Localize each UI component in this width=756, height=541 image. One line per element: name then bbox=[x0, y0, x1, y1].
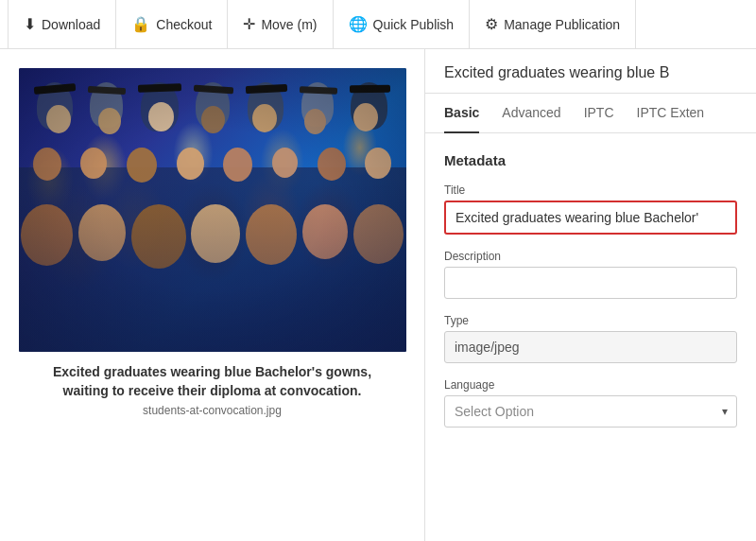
download-label: Download bbox=[42, 17, 100, 32]
tabs-bar: Basic Advanced IPTC IPTC Exten bbox=[425, 94, 756, 133]
language-field-group: Language Select Option English French Sp… bbox=[444, 378, 737, 428]
metadata-section: Metadata Title Description Type Language bbox=[425, 133, 756, 462]
move-icon: ✛ bbox=[243, 15, 255, 33]
manage-publication-button[interactable]: ⚙ Manage Publication bbox=[470, 0, 636, 48]
language-select-wrapper: Select Option English French Spanish ▾ bbox=[444, 395, 737, 428]
quick-publish-label: Quick Publish bbox=[373, 17, 455, 32]
quick-publish-button[interactable]: 🌐 Quick Publish bbox=[334, 0, 471, 48]
move-button[interactable]: ✛ Move (m) bbox=[228, 0, 333, 48]
type-label: Type bbox=[444, 314, 737, 327]
metadata-heading: Metadata bbox=[444, 152, 737, 168]
tab-advanced[interactable]: Advanced bbox=[502, 94, 560, 133]
title-label: Title bbox=[444, 183, 737, 197]
toolbar: ⬇ Download 🔒 Checkout ✛ Move (m) 🌐 Quick… bbox=[0, 0, 756, 49]
manage-publication-label: Manage Publication bbox=[504, 17, 620, 32]
asset-caption: Excited graduates wearing blue Bachelor'… bbox=[19, 363, 405, 417]
move-label: Move (m) bbox=[261, 17, 317, 32]
asset-preview bbox=[19, 68, 406, 352]
description-label: Description bbox=[444, 250, 737, 263]
asset-title: Excited graduates wearing blue B bbox=[425, 49, 756, 94]
graduation-photo bbox=[19, 68, 406, 352]
description-field-group: Description bbox=[444, 250, 737, 299]
download-button[interactable]: ⬇ Download bbox=[8, 0, 116, 48]
type-field-group: Type bbox=[444, 314, 737, 363]
checkout-label: Checkout bbox=[156, 17, 212, 32]
type-input bbox=[444, 331, 737, 363]
language-label: Language bbox=[444, 378, 737, 392]
manage-publication-icon: ⚙ bbox=[485, 15, 498, 33]
tab-basic[interactable]: Basic bbox=[444, 94, 479, 133]
language-select[interactable]: Select Option English French Spanish bbox=[444, 395, 737, 428]
download-icon: ⬇ bbox=[24, 15, 36, 33]
description-input[interactable] bbox=[444, 267, 737, 299]
caption-title: Excited graduates wearing blue Bachelor'… bbox=[38, 363, 387, 400]
checkout-button[interactable]: 🔒 Checkout bbox=[116, 0, 228, 48]
title-input[interactable] bbox=[444, 201, 737, 235]
left-panel: Excited graduates wearing blue Bachelor'… bbox=[0, 49, 425, 541]
tab-iptc[interactable]: IPTC bbox=[584, 94, 614, 133]
title-field-group: Title bbox=[444, 183, 737, 235]
quick-publish-icon: 🌐 bbox=[349, 15, 368, 33]
main-container: Excited graduates wearing blue Bachelor'… bbox=[0, 49, 756, 541]
caption-filename: students-at-convocation.jpg bbox=[38, 404, 387, 417]
tab-iptc-extend[interactable]: IPTC Exten bbox=[637, 94, 705, 133]
checkout-icon: 🔒 bbox=[131, 15, 150, 33]
right-panel: Excited graduates wearing blue B Basic A… bbox=[425, 49, 756, 541]
